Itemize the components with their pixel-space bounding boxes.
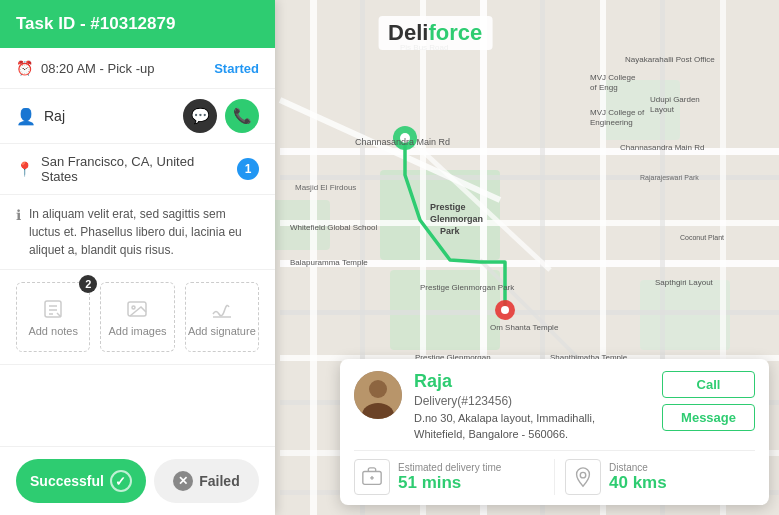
svg-text:MVJ College of: MVJ College of	[590, 108, 645, 117]
card-delivery: Delivery(#123456)	[414, 394, 642, 408]
address-text: San Francisco, CA, United States	[41, 154, 229, 184]
distance-info: Distance 40 kms	[609, 462, 667, 493]
svg-text:Engineering: Engineering	[590, 118, 633, 127]
distance-stat: Distance 40 kms	[565, 459, 755, 495]
svg-text:Masjid El Firdous: Masjid El Firdous	[295, 183, 356, 192]
left-panel: Task ID - #10312879 ⏰ 08:20 AM - Pick -u…	[0, 0, 275, 515]
delivery-time-value: 51 mins	[398, 473, 501, 493]
svg-text:Park: Park	[440, 226, 461, 236]
card-name: Raja	[414, 371, 642, 392]
pickup-time: 08:20 AM - Pick -up	[41, 61, 214, 76]
task-id-label: Task ID - #10312879	[16, 14, 175, 33]
pickup-row: ⏰ 08:20 AM - Pick -up Started	[0, 48, 275, 89]
svg-rect-7	[280, 175, 779, 180]
add-signature-label: Add signature	[188, 325, 256, 337]
svg-point-67	[580, 472, 586, 478]
info-row: ℹ In aliquam velit erat, sed sagittis se…	[0, 195, 275, 270]
svg-text:Nayakarahalli Post Office: Nayakarahalli Post Office	[625, 55, 715, 64]
svg-text:Whitefield Global School: Whitefield Global School	[290, 223, 377, 232]
svg-text:Udupi Garden: Udupi Garden	[650, 95, 700, 104]
chat-button[interactable]: 💬	[183, 99, 217, 133]
call-button[interactable]: 📞	[225, 99, 259, 133]
failed-label: Failed	[199, 473, 239, 489]
avatar	[354, 371, 402, 419]
info-text: In aliquam velit erat, sed sagittis sem …	[29, 205, 259, 259]
card-info: Raja Delivery(#123456) D.no 30, Akalapa …	[414, 371, 642, 442]
contact-row: 👤 Raj 💬 📞	[0, 89, 275, 144]
svg-text:MVJ College: MVJ College	[590, 73, 636, 82]
add-notes-button[interactable]: 2 Add notes	[16, 282, 90, 352]
svg-point-62	[369, 380, 387, 398]
svg-point-29	[501, 306, 509, 314]
svg-text:Layout: Layout	[650, 105, 675, 114]
info-icon: ℹ	[16, 207, 21, 223]
location-icon: 📍	[16, 161, 33, 177]
add-images-label: Add images	[108, 325, 166, 337]
svg-text:Sapthgiri Layout: Sapthgiri Layout	[655, 278, 714, 287]
add-images-button[interactable]: Add images	[100, 282, 174, 352]
successful-button[interactable]: Successful ✓	[16, 459, 146, 503]
logo-prefix: Deli	[388, 20, 428, 45]
svg-point-59	[132, 306, 135, 309]
media-row: 2 Add notes Add images Add signature	[0, 270, 275, 365]
distance-value: 40 kms	[609, 473, 667, 493]
checkmark-icon: ✓	[110, 470, 132, 492]
svg-text:Coconut Plant: Coconut Plant	[680, 234, 724, 241]
contact-name: Raj	[44, 108, 183, 124]
panel-header: Task ID - #10312879	[0, 0, 275, 48]
card-address: D.no 30, Akalapa layout, Immadihalli, Wh…	[414, 411, 642, 442]
clock-icon: ⏰	[16, 60, 33, 76]
distance-icon	[565, 459, 601, 495]
address-row: 📍 San Francisco, CA, United States 1	[0, 144, 275, 195]
panel-body: ⏰ 08:20 AM - Pick -up Started 👤 Raj 💬 📞 …	[0, 48, 275, 446]
x-icon: ✕	[173, 471, 193, 491]
address-text: D.no 30, Akalapa layout, Immadihalli, Wh…	[414, 412, 595, 439]
delivery-time-label: Estimated delivery time	[398, 462, 501, 473]
delivery-time-info: Estimated delivery time 51 mins	[398, 462, 501, 493]
svg-text:Balapuramma Temple: Balapuramma Temple	[290, 258, 368, 267]
card-message-button[interactable]: Message	[662, 404, 755, 431]
svg-text:Glenmorgan: Glenmorgan	[430, 214, 483, 224]
failed-button[interactable]: ✕ Failed	[154, 459, 259, 503]
svg-text:Rajarajeswari Park: Rajarajeswari Park	[640, 174, 699, 182]
svg-text:Prestige Glenmorgan Park: Prestige Glenmorgan Park	[420, 283, 515, 292]
card-bottom: Estimated delivery time 51 mins Distance…	[354, 450, 755, 495]
address-badge: 1	[237, 158, 259, 180]
notes-badge: 2	[79, 275, 97, 293]
svg-text:Channasandra Main Rd: Channasandra Main Rd	[355, 137, 450, 147]
svg-text:Prestige: Prestige	[430, 202, 466, 212]
info-card: Raja Delivery(#123456) D.no 30, Akalapa …	[340, 359, 769, 505]
logo: Deliforce	[378, 16, 492, 50]
contact-actions: 💬 📞	[183, 99, 259, 133]
delivery-time-stat: Estimated delivery time 51 mins	[354, 459, 544, 495]
svg-text:Channasandra Main Rd: Channasandra Main Rd	[620, 143, 705, 152]
person-icon: 👤	[16, 107, 36, 126]
card-divider	[554, 459, 555, 495]
panel-footer: Successful ✓ ✕ Failed	[0, 446, 275, 515]
svg-text:of Engg: of Engg	[590, 83, 618, 92]
successful-label: Successful	[30, 473, 104, 489]
card-top: Raja Delivery(#123456) D.no 30, Akalapa …	[354, 371, 755, 442]
svg-text:Om Shanta Temple: Om Shanta Temple	[490, 323, 559, 332]
logo-suffix: force	[428, 20, 482, 45]
card-buttons: Call Message	[662, 371, 755, 442]
add-signature-button[interactable]: Add signature	[185, 282, 259, 352]
distance-label: Distance	[609, 462, 667, 473]
add-notes-label: Add notes	[28, 325, 78, 337]
card-call-button[interactable]: Call	[662, 371, 755, 398]
pickup-status: Started	[214, 61, 259, 76]
delivery-icon	[354, 459, 390, 495]
